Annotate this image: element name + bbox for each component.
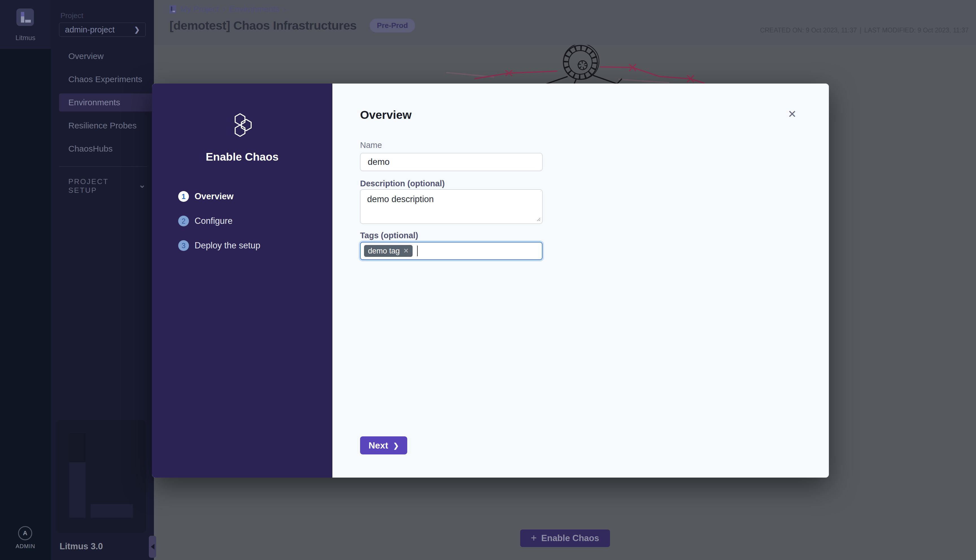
enable-chaos-label: Enable Chaos <box>541 533 599 543</box>
wizard-pane: Enable Chaos 1 Overview 2 Configure 3 De… <box>152 83 332 478</box>
litmus-home-button[interactable]: Litmus <box>0 0 51 49</box>
wizard-steps: 1 Overview 2 Configure 3 Deploy the setu… <box>178 191 260 265</box>
project-label: Project <box>60 11 83 20</box>
chevron-down-icon: ⌄ <box>138 180 146 190</box>
project-selector[interactable]: admin-project ❯ <box>59 23 146 37</box>
sidebar-item-environments[interactable]: Environments <box>59 93 154 112</box>
watermark-bar <box>91 504 133 518</box>
icon-rail: Litmus A ADMIN <box>0 0 51 560</box>
wizard-title: Enable Chaos <box>152 151 332 163</box>
watermark-bar <box>69 433 85 462</box>
breadcrumb-separator: › <box>223 5 225 13</box>
page-title: [demotest] Chaos Infrastructures <box>169 18 357 32</box>
tags-label: Tags (optional) <box>360 231 418 240</box>
remove-tag-icon[interactable]: ✕ <box>404 247 409 255</box>
name-input[interactable] <box>360 153 542 171</box>
project-name: admin-project <box>65 25 115 35</box>
title-row: [demotest] Chaos Infrastructures Pre-Pro… <box>169 18 415 32</box>
logo-bar <box>25 20 31 23</box>
hexagon-cluster-icon <box>231 113 253 137</box>
avatar[interactable]: A <box>18 526 32 540</box>
sidebar-item-overview[interactable]: Overview <box>59 47 154 65</box>
litmus-logo-icon <box>17 8 34 26</box>
icon-bar <box>171 7 172 11</box>
breadcrumb-litmus-icon <box>169 5 176 13</box>
wizard-step-configure[interactable]: 2 Configure <box>178 216 260 227</box>
breadcrumb-my-project[interactable]: My Project <box>180 5 219 14</box>
brand-label: Litmus <box>0 34 51 42</box>
description-textarea[interactable]: demo description <box>360 189 542 224</box>
sidebar-item-chaos-experiments[interactable]: Chaos Experiments <box>59 70 154 88</box>
app-root: Litmus A ADMIN Project admin-project ❯ O… <box>0 0 976 560</box>
tag-chip: demo tag ✕ <box>364 245 412 257</box>
description-label: Description (optional) <box>360 179 445 188</box>
next-label: Next <box>369 440 388 451</box>
last-modified: LAST MODIFIED: 9 Oct 2023, 11:37 <box>864 27 969 34</box>
modal-heading: Overview <box>360 108 412 122</box>
sidebar-nav: Project admin-project ❯ Overview Chaos E… <box>51 0 154 560</box>
user-role-label: ADMIN <box>0 543 51 550</box>
avatar-initial: A <box>23 530 27 537</box>
meta-divider: | <box>860 27 861 34</box>
env-type-badge: Pre-Prod <box>370 18 415 32</box>
nav-items: Overview Chaos Experiments Environments … <box>51 47 154 163</box>
tag-chip-label: demo tag <box>368 247 400 255</box>
timestamps: CREATED ON: 9 Oct 2023, 11:37 | LAST MOD… <box>760 27 969 34</box>
breadcrumb-environments[interactable]: Environments <box>229 5 279 14</box>
sidebar-item-resilience-probes[interactable]: Resilience Probes <box>59 117 154 135</box>
step-number: 2 <box>178 216 189 227</box>
step-label: Overview <box>195 192 234 202</box>
step-label: Deploy the setup <box>195 240 260 251</box>
project-setup-toggle[interactable]: PROJECT SETUP ⌄ <box>68 177 146 195</box>
step-label: Configure <box>195 216 232 226</box>
text-caret <box>417 245 418 256</box>
collapse-sidebar-handle[interactable] <box>149 536 156 558</box>
sidebar-item-chaoshubs[interactable]: ChaosHubs <box>59 140 154 158</box>
tags-input[interactable]: demo tag ✕ <box>360 242 542 260</box>
logo-bar <box>21 12 24 17</box>
breadcrumb: My Project › Environments › <box>169 5 286 14</box>
next-button[interactable]: Next ❯ <box>360 437 407 455</box>
close-icon[interactable]: ✕ <box>786 108 798 120</box>
chaos-graph-doodle <box>435 45 774 84</box>
nav-divider <box>59 166 147 167</box>
version-label: Litmus 3.0 <box>60 542 103 552</box>
description-wrap: demo description <box>360 189 542 224</box>
project-setup-label: PROJECT SETUP <box>68 177 138 195</box>
wizard-step-deploy[interactable]: 3 Deploy the setup <box>178 240 260 251</box>
icon-bar <box>173 11 175 12</box>
created-on: CREATED ON: 9 Oct 2023, 11:37 <box>760 27 857 34</box>
name-label: Name <box>360 140 382 150</box>
breadcrumb-separator: › <box>283 5 286 13</box>
sidebar-watermark <box>56 420 146 533</box>
page-header: My Project › Environments › [demotest] C… <box>154 0 976 45</box>
user-menu[interactable]: A ADMIN <box>0 526 51 560</box>
wizard-step-overview[interactable]: 1 Overview <box>178 191 260 202</box>
collapse-arrow-icon <box>151 544 155 550</box>
step-number: 1 <box>178 191 189 202</box>
chevron-right-icon: ❯ <box>134 26 140 33</box>
chevron-right-icon: ❯ <box>393 442 399 450</box>
plus-icon: + <box>531 532 537 544</box>
enable-chaos-button[interactable]: + Enable Chaos <box>520 530 610 547</box>
step-number: 3 <box>178 240 189 251</box>
form-pane: ✕ Overview Name Description (optional) d… <box>332 83 829 478</box>
enable-chaos-modal: Enable Chaos 1 Overview 2 Configure 3 De… <box>152 83 829 478</box>
